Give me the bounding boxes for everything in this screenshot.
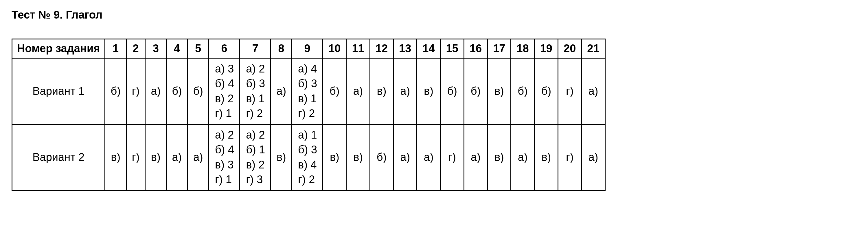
answer-cell: б): [440, 58, 464, 125]
answer-table: Номер задания 12345678910111213141516171…: [11, 38, 606, 191]
answer-cell: а): [166, 125, 187, 190]
table-header-row: Номер задания 12345678910111213141516171…: [12, 39, 605, 58]
column-header: 1: [105, 39, 126, 58]
answer-cell: а) 2б) 4в) 3г) 1: [209, 125, 240, 190]
answer-line: в) 1: [246, 91, 265, 106]
column-header: 9: [292, 39, 323, 58]
answer-cell: б): [464, 58, 487, 125]
answer-cell: г): [558, 58, 582, 125]
table-body: Вариант 1б)г)а)б)б)а) 3б) 4в) 2г) 1а) 2б…: [12, 58, 605, 190]
answer-line: г) 2: [298, 172, 317, 187]
answer-line: г) 1: [215, 106, 234, 121]
column-header: 5: [187, 39, 209, 58]
answer-line: в) 3: [215, 158, 234, 172]
answer-line: а) 2: [215, 128, 234, 142]
row-label: Вариант 2: [12, 125, 105, 190]
answer-cell: г): [440, 125, 464, 190]
answer-line: б) 4: [215, 76, 234, 91]
answer-cell: а): [582, 125, 605, 190]
column-header: 17: [488, 39, 511, 58]
answer-line: г) 2: [298, 106, 317, 121]
answer-cell: б): [323, 58, 346, 125]
answer-cell: в): [271, 125, 292, 190]
answer-line: б) 4: [215, 142, 234, 157]
answer-line: б) 3: [298, 142, 317, 157]
column-header: 16: [464, 39, 487, 58]
answer-cell: а) 1б) 3в) 4г) 2: [292, 125, 323, 190]
table-row: Вариант 2в)г)в)а)а)а) 2б) 4в) 3г) 1а) 2б…: [12, 125, 605, 190]
page-title: Тест № 9. Глагол: [11, 9, 857, 21]
answer-cell: б): [370, 125, 393, 190]
row-label: Вариант 1: [12, 58, 105, 125]
answer-line: в) 1: [298, 91, 317, 106]
answer-line: г) 3: [246, 172, 265, 187]
answer-cell: в): [370, 58, 393, 125]
answer-cell: г): [558, 125, 582, 190]
column-header: 19: [534, 39, 558, 58]
answer-cell: г): [126, 125, 145, 190]
answer-cell: а) 2б) 1в) 2г) 3: [240, 125, 271, 190]
column-header: 7: [240, 39, 271, 58]
answer-cell: в): [145, 125, 166, 190]
answer-line: б) 3: [298, 76, 317, 91]
answer-line: а) 1: [298, 128, 317, 142]
column-header: 15: [440, 39, 464, 58]
column-header: 14: [417, 39, 440, 58]
answer-cell: г): [126, 58, 145, 125]
answer-cell: в): [534, 125, 558, 190]
column-header: 10: [323, 39, 346, 58]
answer-cell: а): [394, 58, 417, 125]
header-label-cell: Номер задания: [12, 39, 105, 58]
column-header: 21: [582, 39, 605, 58]
answer-cell: а): [187, 125, 209, 190]
answer-cell: в): [417, 58, 440, 125]
column-header: 11: [346, 39, 370, 58]
answer-cell: б): [511, 58, 534, 125]
answer-cell: а): [145, 58, 166, 125]
column-header: 4: [166, 39, 187, 58]
column-header: 6: [209, 39, 240, 58]
column-header: 13: [394, 39, 417, 58]
answer-cell: а): [464, 125, 487, 190]
answer-cell: а): [582, 58, 605, 125]
column-header: 12: [370, 39, 393, 58]
answer-cell: в): [346, 125, 370, 190]
column-header: 3: [145, 39, 166, 58]
answer-cell: б): [187, 58, 209, 125]
answer-line: а) 4: [298, 61, 317, 76]
answer-line: в) 2: [246, 158, 265, 172]
answer-cell: а): [511, 125, 534, 190]
answer-cell: а): [394, 125, 417, 190]
answer-line: б) 3: [246, 76, 265, 91]
answer-line: в) 4: [298, 158, 317, 172]
column-header: 8: [271, 39, 292, 58]
answer-cell: в): [488, 58, 511, 125]
answer-line: а) 3: [215, 61, 234, 76]
answer-cell: а): [417, 125, 440, 190]
answer-line: в) 2: [215, 91, 234, 106]
answer-cell: в): [488, 125, 511, 190]
answer-cell: а) 4б) 3в) 1г) 2: [292, 58, 323, 125]
answer-cell: в): [105, 125, 126, 190]
answer-line: а) 2: [246, 61, 265, 76]
answer-line: б) 1: [246, 142, 265, 157]
answer-cell: а): [271, 58, 292, 125]
answer-cell: б): [105, 58, 126, 125]
answer-line: г) 1: [215, 172, 234, 187]
answer-line: г) 2: [246, 106, 265, 121]
answer-cell: б): [166, 58, 187, 125]
answer-line: а) 2: [246, 128, 265, 142]
answer-cell: а): [346, 58, 370, 125]
answer-cell: а) 2б) 3в) 1г) 2: [240, 58, 271, 125]
answer-cell: б): [534, 58, 558, 125]
column-header: 18: [511, 39, 534, 58]
table-row: Вариант 1б)г)а)б)б)а) 3б) 4в) 2г) 1а) 2б…: [12, 58, 605, 125]
answer-cell: а) 3б) 4в) 2г) 1: [209, 58, 240, 125]
answer-cell: в): [323, 125, 346, 190]
column-header: 20: [558, 39, 582, 58]
column-header: 2: [126, 39, 145, 58]
